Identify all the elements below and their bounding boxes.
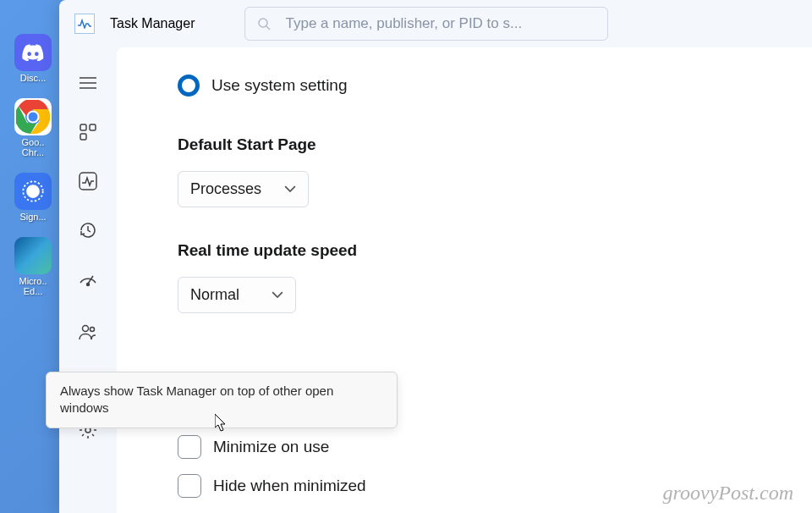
svg-point-20 [91, 328, 95, 332]
watermark: groovyPost.com [663, 482, 793, 505]
checkbox-icon [178, 474, 201, 498]
history-icon[interactable] [78, 220, 98, 240]
desktop-icon-signal[interactable]: Sign... [7, 173, 59, 222]
heading-default-start-page: Default Start Page [178, 135, 812, 154]
chevron-down-icon [284, 185, 296, 193]
desktop-label: Disc... [20, 73, 47, 83]
startup-icon[interactable] [78, 269, 98, 290]
svg-point-5 [29, 113, 38, 122]
svg-point-7 [27, 185, 39, 197]
content-area: Use system setting Default Start Page Pr… [117, 47, 812, 513]
desktop-label: Sign... [19, 212, 46, 222]
sidebar [59, 47, 117, 513]
checkbox-icon [178, 435, 201, 459]
svg-point-19 [83, 326, 89, 332]
processes-icon[interactable] [78, 122, 98, 142]
performance-icon[interactable] [78, 171, 98, 191]
svg-rect-15 [80, 134, 86, 140]
dropdown-value: Processes [190, 180, 261, 198]
checkbox-minimize-on-use[interactable]: Minimize on use [178, 435, 812, 459]
desktop-icon-chrome[interactable]: Goo.. Chr... [7, 98, 59, 157]
svg-point-18 [87, 284, 90, 286]
checkbox-label: Hide when minimized [213, 477, 366, 495]
task-manager-window: Task Manager Type a name, publisher, or … [59, 0, 812, 513]
chrome-icon [14, 98, 52, 135]
signal-icon [14, 173, 52, 210]
heading-update-speed: Real time update speed [178, 241, 812, 260]
users-icon[interactable] [78, 322, 98, 342]
edge-icon [14, 237, 52, 274]
dropdown-update-speed[interactable]: Normal [178, 277, 296, 313]
search-input[interactable]: Type a name, publisher, or PID to s... [244, 7, 608, 41]
svg-rect-13 [80, 124, 86, 130]
radio-label: Use system setting [211, 76, 348, 95]
dropdown-value: Normal [190, 286, 239, 304]
tooltip: Always show Task Manager on top of other… [46, 372, 398, 428]
desktop-label: Goo.. Chr... [22, 137, 45, 157]
desktop-icon-discord[interactable]: Disc... [7, 34, 59, 83]
radio-use-system-setting[interactable]: Use system setting [178, 74, 812, 97]
svg-rect-14 [90, 124, 96, 130]
window-title: Task Manager [110, 16, 195, 31]
dropdown-start-page[interactable]: Processes [178, 171, 309, 207]
desktop-icon-edge[interactable]: Micro.. Ed... [7, 237, 59, 296]
hamburger-icon[interactable] [78, 73, 98, 93]
desktop-icons: Disc... Goo.. Chr... Sign... Micro.. Ed.… [7, 34, 59, 296]
window-body: Use system setting Default Start Page Pr… [59, 47, 812, 513]
task-manager-icon [74, 14, 95, 34]
radio-icon [178, 74, 200, 97]
search-placeholder: Type a name, publisher, or PID to s... [286, 15, 523, 32]
desktop-label: Micro.. Ed... [19, 276, 47, 296]
svg-line-9 [266, 26, 270, 30]
svg-point-27 [85, 428, 91, 433]
titlebar: Task Manager Type a name, publisher, or … [59, 0, 812, 47]
svg-point-8 [259, 19, 267, 27]
search-icon [257, 17, 271, 30]
discord-icon [14, 34, 52, 71]
checkbox-label: Minimize on use [213, 438, 329, 456]
chevron-down-icon [272, 291, 283, 299]
